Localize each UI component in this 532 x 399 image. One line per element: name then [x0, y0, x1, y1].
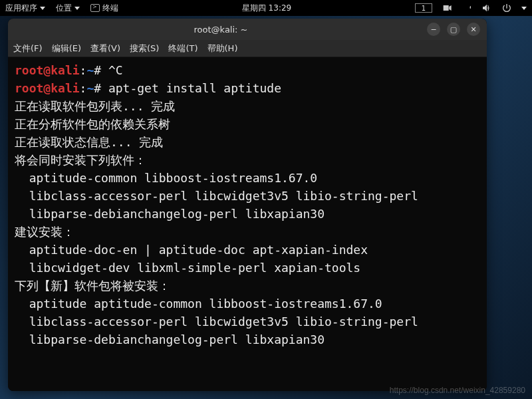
workspace-indicator[interactable]: 1	[415, 3, 432, 13]
video-record-icon[interactable]	[442, 3, 452, 13]
menu-help[interactable]: 帮助(H)	[207, 43, 238, 55]
menu-edit[interactable]: 编辑(E)	[52, 43, 81, 55]
terminal-line: root@kali:~# apt-get install aptitude	[15, 79, 480, 97]
top-panel: 应用程序 位置 终端 星期四 13:29 1	[0, 0, 532, 16]
volume-icon[interactable]	[481, 3, 492, 13]
chevron-down-icon	[40, 7, 45, 10]
terminal-label: 终端	[102, 3, 118, 14]
datetime-label[interactable]: 星期四 13:29	[118, 3, 415, 14]
applications-menu[interactable]: 应用程序	[5, 3, 45, 14]
titlebar[interactable]: root@kali: ~ − ▢ ✕	[8, 19, 487, 40]
maximize-button[interactable]: ▢	[447, 23, 460, 36]
terminal-line: 正在读取状态信息... 完成	[15, 133, 480, 151]
terminal-line: libcwidget-dev libxml-simple-perl xapian…	[15, 259, 480, 277]
terminal-line: 下列【新】软件包将被安装：	[15, 277, 480, 295]
tweak-icon[interactable]	[462, 3, 472, 13]
applications-label: 应用程序	[5, 3, 37, 14]
terminal-window: root@kali: ~ − ▢ ✕ 文件(F) 编辑(E) 查看(V) 搜索(…	[8, 19, 487, 391]
terminal-line: root@kali:~# ^C	[15, 61, 480, 79]
terminal-launcher[interactable]: 终端	[90, 3, 118, 14]
terminal-line: 正在分析软件包的依赖关系树	[15, 115, 480, 133]
menu-file[interactable]: 文件(F)	[13, 43, 43, 55]
terminal-icon	[90, 4, 100, 12]
terminal-line: libclass-accessor-perl libcwidget3v5 lib…	[15, 313, 480, 331]
menu-view[interactable]: 查看(V)	[90, 43, 120, 55]
terminal-line: libclass-accessor-perl libcwidget3v5 lib…	[15, 187, 480, 205]
terminal-line: libparse-debianchangelog-perl libxapian3…	[15, 205, 480, 223]
power-icon[interactable]	[501, 3, 512, 13]
chevron-down-icon	[74, 7, 80, 10]
minimize-button[interactable]: −	[427, 23, 440, 36]
terminal-line: 建议安装：	[15, 223, 480, 241]
window-title: root@kali: ~	[15, 25, 427, 35]
terminal-line: 将会同时安装下列软件：	[15, 151, 480, 169]
watermark: https://blog.csdn.net/weixin_42859280	[390, 386, 525, 395]
terminal-line: aptitude-doc-en | aptitude-doc apt-xapia…	[15, 241, 480, 259]
menu-search[interactable]: 搜索(S)	[130, 43, 159, 55]
terminal-line: aptitude aptitude-common libboost-iostre…	[15, 295, 480, 313]
workspace-number: 1	[422, 5, 426, 12]
terminal-output[interactable]: root@kali:~# ^Croot@kali:~# apt-get inst…	[8, 57, 487, 391]
chevron-down-icon	[521, 7, 527, 10]
menu-terminal[interactable]: 终端(T)	[168, 43, 198, 55]
terminal-line: aptitude-common libboost-iostreams1.67.0	[15, 169, 480, 187]
places-label: 位置	[56, 3, 72, 14]
places-menu[interactable]: 位置	[56, 3, 80, 14]
terminal-line: libparse-debianchangelog-perl libxapian3…	[15, 331, 480, 348]
terminal-line: 正在读取软件包列表... 完成	[15, 97, 480, 115]
close-button[interactable]: ✕	[467, 23, 480, 36]
menubar: 文件(F) 编辑(E) 查看(V) 搜索(S) 终端(T) 帮助(H)	[8, 40, 487, 57]
